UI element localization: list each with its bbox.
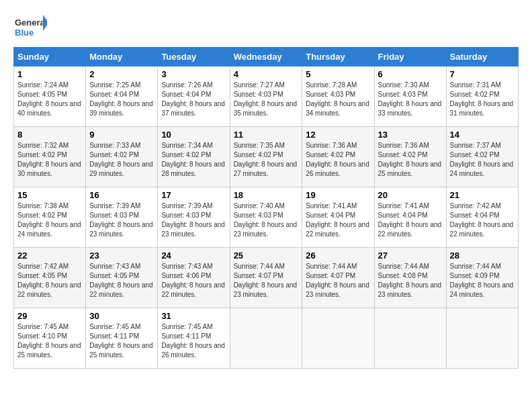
day-number: 14 — [450, 130, 515, 140]
day-info: Sunrise: 7:43 AM Sunset: 4:05 PM Dayligh… — [89, 262, 154, 300]
day-info: Sunrise: 7:38 AM Sunset: 4:02 PM Dayligh… — [17, 201, 82, 239]
day-number: 8 — [17, 130, 82, 140]
day-number: 21 — [450, 190, 515, 200]
calendar-day-cell: 2 Sunrise: 7:25 AM Sunset: 4:04 PM Dayli… — [86, 66, 158, 127]
day-info: Sunrise: 7:45 AM Sunset: 4:11 PM Dayligh… — [161, 322, 226, 360]
day-info: Sunrise: 7:34 AM Sunset: 4:02 PM Dayligh… — [161, 141, 226, 179]
day-number: 29 — [17, 311, 82, 321]
day-info: Sunrise: 7:35 AM Sunset: 4:02 PM Dayligh… — [234, 141, 299, 179]
day-info: Sunrise: 7:44 AM Sunset: 4:07 PM Dayligh… — [306, 262, 370, 300]
day-info: Sunrise: 7:26 AM Sunset: 4:04 PM Dayligh… — [161, 81, 226, 118]
day-info: Sunrise: 7:30 AM Sunset: 4:03 PM Dayligh… — [378, 81, 443, 118]
calendar-week-row: 8 Sunrise: 7:32 AM Sunset: 4:02 PM Dayli… — [14, 127, 519, 187]
calendar-day-cell: 24 Sunrise: 7:43 AM Sunset: 4:06 PM Dayl… — [158, 248, 230, 308]
day-number: 12 — [306, 130, 370, 140]
day-number: 1 — [17, 69, 82, 79]
day-info: Sunrise: 7:41 AM Sunset: 4:04 PM Dayligh… — [306, 201, 370, 239]
calendar-day-cell: 30 Sunrise: 7:45 AM Sunset: 4:11 PM Dayl… — [86, 308, 158, 369]
day-number: 10 — [161, 130, 226, 140]
day-number: 5 — [306, 69, 370, 79]
calendar-week-row: 15 Sunrise: 7:38 AM Sunset: 4:02 PM Dayl… — [14, 187, 519, 248]
calendar-day-cell: 15 Sunrise: 7:38 AM Sunset: 4:02 PM Dayl… — [14, 187, 86, 248]
calendar-day-cell: 1 Sunrise: 7:24 AM Sunset: 4:05 PM Dayli… — [14, 66, 86, 127]
calendar-day-cell: 29 Sunrise: 7:45 AM Sunset: 4:10 PM Dayl… — [14, 308, 86, 369]
svg-text:Blue: Blue — [15, 28, 34, 38]
calendar-day-cell: 5 Sunrise: 7:28 AM Sunset: 4:03 PM Dayli… — [302, 66, 374, 127]
weekday-header-row: SundayMondayTuesdayWednesdayThursdayFrid… — [14, 48, 519, 66]
calendar-day-cell — [230, 308, 302, 369]
day-number: 31 — [161, 311, 226, 321]
calendar-day-cell: 17 Sunrise: 7:39 AM Sunset: 4:03 PM Dayl… — [158, 187, 230, 248]
day-number: 28 — [450, 250, 515, 261]
calendar-day-cell: 12 Sunrise: 7:36 AM Sunset: 4:02 PM Dayl… — [302, 127, 374, 187]
day-number: 22 — [17, 250, 82, 261]
day-info: Sunrise: 7:43 AM Sunset: 4:06 PM Dayligh… — [161, 262, 226, 300]
day-number: 25 — [234, 250, 299, 261]
logo-svg: General Blue — [13, 13, 47, 40]
calendar-day-cell: 28 Sunrise: 7:44 AM Sunset: 4:09 PM Dayl… — [446, 248, 518, 308]
calendar-day-cell: 4 Sunrise: 7:27 AM Sunset: 4:03 PM Dayli… — [230, 66, 302, 127]
day-info: Sunrise: 7:25 AM Sunset: 4:04 PM Dayligh… — [89, 81, 154, 118]
day-info: Sunrise: 7:39 AM Sunset: 4:03 PM Dayligh… — [161, 201, 226, 239]
calendar-day-cell: 13 Sunrise: 7:36 AM Sunset: 4:02 PM Dayl… — [374, 127, 446, 187]
calendar-day-cell — [302, 308, 374, 369]
calendar-week-row: 1 Sunrise: 7:24 AM Sunset: 4:05 PM Dayli… — [14, 66, 519, 127]
calendar-day-cell: 10 Sunrise: 7:34 AM Sunset: 4:02 PM Dayl… — [158, 127, 230, 187]
day-number: 13 — [378, 130, 443, 140]
day-number: 16 — [89, 190, 154, 200]
day-number: 11 — [234, 130, 299, 140]
calendar-day-cell: 3 Sunrise: 7:26 AM Sunset: 4:04 PM Dayli… — [158, 66, 230, 127]
calendar-day-cell: 8 Sunrise: 7:32 AM Sunset: 4:02 PM Dayli… — [14, 127, 86, 187]
day-info: Sunrise: 7:42 AM Sunset: 4:04 PM Dayligh… — [450, 201, 515, 239]
day-number: 26 — [306, 250, 370, 261]
calendar-day-cell: 26 Sunrise: 7:44 AM Sunset: 4:07 PM Dayl… — [302, 248, 374, 308]
weekday-header-cell: Wednesday — [230, 48, 302, 66]
day-number: 7 — [450, 69, 515, 79]
calendar-day-cell: 9 Sunrise: 7:33 AM Sunset: 4:02 PM Dayli… — [86, 127, 158, 187]
calendar-day-cell — [446, 308, 518, 369]
day-info: Sunrise: 7:32 AM Sunset: 4:02 PM Dayligh… — [17, 141, 82, 179]
day-info: Sunrise: 7:42 AM Sunset: 4:05 PM Dayligh… — [17, 262, 82, 300]
calendar-day-cell: 7 Sunrise: 7:31 AM Sunset: 4:02 PM Dayli… — [446, 66, 518, 127]
calendar-day-cell: 19 Sunrise: 7:41 AM Sunset: 4:04 PM Dayl… — [302, 187, 374, 248]
day-info: Sunrise: 7:40 AM Sunset: 4:03 PM Dayligh… — [234, 201, 299, 239]
day-number: 27 — [378, 250, 443, 261]
day-info: Sunrise: 7:37 AM Sunset: 4:02 PM Dayligh… — [450, 141, 515, 179]
weekday-header-cell: Thursday — [302, 48, 374, 66]
day-number: 2 — [89, 69, 154, 79]
day-info: Sunrise: 7:31 AM Sunset: 4:02 PM Dayligh… — [450, 81, 515, 118]
day-info: Sunrise: 7:28 AM Sunset: 4:03 PM Dayligh… — [306, 81, 370, 118]
calendar-table: SundayMondayTuesdayWednesdayThursdayFrid… — [13, 47, 519, 369]
day-number: 15 — [17, 190, 82, 200]
day-info: Sunrise: 7:41 AM Sunset: 4:04 PM Dayligh… — [378, 201, 443, 239]
calendar-body: 1 Sunrise: 7:24 AM Sunset: 4:05 PM Dayli… — [14, 66, 519, 369]
day-number: 17 — [161, 190, 226, 200]
calendar-week-row: 22 Sunrise: 7:42 AM Sunset: 4:05 PM Dayl… — [14, 248, 519, 308]
weekday-header-cell: Monday — [86, 48, 158, 66]
calendar-day-cell: 14 Sunrise: 7:37 AM Sunset: 4:02 PM Dayl… — [446, 127, 518, 187]
weekday-header-cell: Saturday — [446, 48, 518, 66]
weekday-header-cell: Friday — [374, 48, 446, 66]
calendar-day-cell: 6 Sunrise: 7:30 AM Sunset: 4:03 PM Dayli… — [374, 66, 446, 127]
page-header: General Blue — [13, 13, 519, 40]
calendar-day-cell: 22 Sunrise: 7:42 AM Sunset: 4:05 PM Dayl… — [14, 248, 86, 308]
logo: General Blue — [13, 13, 47, 40]
calendar-day-cell: 20 Sunrise: 7:41 AM Sunset: 4:04 PM Dayl… — [374, 187, 446, 248]
weekday-header-cell: Tuesday — [158, 48, 230, 66]
day-number: 30 — [89, 311, 154, 321]
calendar-day-cell: 11 Sunrise: 7:35 AM Sunset: 4:02 PM Dayl… — [230, 127, 302, 187]
svg-text:General: General — [15, 17, 47, 28]
day-number: 18 — [234, 190, 299, 200]
calendar-day-cell: 21 Sunrise: 7:42 AM Sunset: 4:04 PM Dayl… — [446, 187, 518, 248]
day-number: 19 — [306, 190, 370, 200]
calendar-day-cell: 18 Sunrise: 7:40 AM Sunset: 4:03 PM Dayl… — [230, 187, 302, 248]
calendar-day-cell — [374, 308, 446, 369]
day-number: 23 — [89, 250, 154, 261]
day-number: 3 — [161, 69, 226, 79]
calendar-day-cell: 16 Sunrise: 7:39 AM Sunset: 4:03 PM Dayl… — [86, 187, 158, 248]
day-info: Sunrise: 7:33 AM Sunset: 4:02 PM Dayligh… — [89, 141, 154, 179]
calendar-day-cell: 31 Sunrise: 7:45 AM Sunset: 4:11 PM Dayl… — [158, 308, 230, 369]
day-number: 20 — [378, 190, 443, 200]
day-info: Sunrise: 7:45 AM Sunset: 4:10 PM Dayligh… — [17, 322, 82, 360]
day-number: 9 — [89, 130, 154, 140]
